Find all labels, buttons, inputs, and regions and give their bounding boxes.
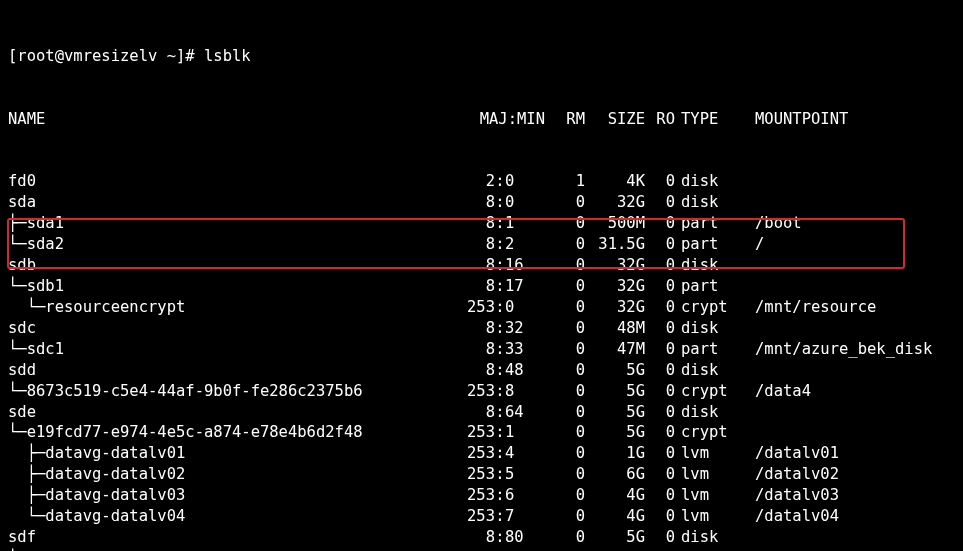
maj-col: 8 xyxy=(449,318,495,339)
min-col: 17 xyxy=(505,276,545,297)
ro-col: 0 xyxy=(645,506,675,527)
device-cols: 8:33047M0part/mnt/azure_bek_disk xyxy=(449,339,955,360)
device-cols: 8:32048M0disk xyxy=(449,318,955,339)
device-cols: 253:0032G0crypt/mnt/resource xyxy=(449,297,955,318)
size-col: 5G xyxy=(585,422,645,443)
type-col: lvm xyxy=(675,443,745,464)
type-col: crypt xyxy=(675,297,745,318)
rm-col: 0 xyxy=(545,318,585,339)
ro-col: 0 xyxy=(645,234,675,255)
lsblk-row: sdd8:4805G0disk xyxy=(8,360,955,381)
min-col: 0 xyxy=(505,171,545,192)
hdr-type: TYPE xyxy=(675,109,745,130)
lsblk-row: ├─sda18:10500M0part/boot xyxy=(8,213,955,234)
maj-col: 8 xyxy=(449,527,495,548)
hdr-size: SIZE xyxy=(585,109,645,130)
rm-col: 0 xyxy=(545,297,585,318)
mnt-col: /datalv02 xyxy=(745,464,955,485)
ro-col: 0 xyxy=(645,381,675,402)
size-col: 1G xyxy=(585,443,645,464)
sep-col: : xyxy=(495,234,505,255)
device-name: └─e19fcd77-e974-4e5c-a874-e78e4b6d2f48 xyxy=(8,422,363,443)
lsblk-row: ├─datavg-datalv03253:604G0lvm/datalv03 xyxy=(8,485,955,506)
type-col: lvm xyxy=(675,506,745,527)
rm-col: 0 xyxy=(545,213,585,234)
device-cols: 8:4805G0disk xyxy=(449,360,955,381)
size-col: 48M xyxy=(585,318,645,339)
sep-col: : xyxy=(495,443,505,464)
type-col: lvm xyxy=(675,464,745,485)
min-col: 16 xyxy=(505,255,545,276)
min-col: 0 xyxy=(505,297,545,318)
maj-col: 253 xyxy=(449,443,495,464)
sep-col: : xyxy=(495,276,505,297)
device-cols: 253:506G0lvm/datalv02 xyxy=(449,464,955,485)
sep-col: : xyxy=(495,402,505,423)
device-name: sde xyxy=(8,402,36,423)
mnt-col xyxy=(745,255,955,276)
min-col: 32 xyxy=(505,318,545,339)
size-col: 500M xyxy=(585,213,645,234)
mnt-col: /mnt/azure_bek_disk xyxy=(745,339,955,360)
prompt-line[interactable]: [root@vmresizelv ~]# lsblk xyxy=(8,46,955,67)
maj-col: 253 xyxy=(449,297,495,318)
mnt-col: / xyxy=(745,234,955,255)
device-cols: 253:105G0crypt xyxy=(449,422,955,443)
type-col: disk xyxy=(675,255,745,276)
rm-col: 0 xyxy=(545,485,585,506)
device-cols: 8:2031.5G0part/ xyxy=(449,234,955,255)
maj-col: 8 xyxy=(449,360,495,381)
ro-col: 0 xyxy=(645,171,675,192)
ro-col: 0 xyxy=(645,318,675,339)
lsblk-row: sdc8:32048M0disk xyxy=(8,318,955,339)
device-name: ├─sda1 xyxy=(8,213,64,234)
maj-col: 253 xyxy=(449,422,495,443)
device-name: sdd xyxy=(8,360,36,381)
ro-col: 0 xyxy=(645,360,675,381)
hdr-ro: RO xyxy=(645,109,675,130)
rm-col: 0 xyxy=(545,381,585,402)
maj-col: 2 xyxy=(449,171,495,192)
type-col: disk xyxy=(675,192,745,213)
ro-col: 0 xyxy=(645,443,675,464)
device-name: sdb xyxy=(8,255,36,276)
size-col: 32G xyxy=(585,192,645,213)
mnt-col xyxy=(745,318,955,339)
ro-col: 0 xyxy=(645,297,675,318)
lsblk-row: sdf8:8005G0disk xyxy=(8,527,955,548)
min-col: 4 xyxy=(505,443,545,464)
sep-col: : xyxy=(495,213,505,234)
maj-col: 8 xyxy=(449,276,495,297)
rm-col: 0 xyxy=(545,276,585,297)
device-name: └─sda2 xyxy=(8,234,64,255)
min-col: 0 xyxy=(505,192,545,213)
sep-col: : xyxy=(495,192,505,213)
min-col: 5 xyxy=(505,464,545,485)
sep-col: : xyxy=(495,360,505,381)
type-col: disk xyxy=(675,527,745,548)
device-name: └─datavg-datalv04 xyxy=(8,506,185,527)
maj-col: 253 xyxy=(449,381,495,402)
lsblk-row: ├─datavg-datalv01253:401G0lvm/datalv01 xyxy=(8,443,955,464)
type-col: part xyxy=(675,234,745,255)
device-name: fd0 xyxy=(8,171,36,192)
min-col: 1 xyxy=(505,422,545,443)
maj-col: 253 xyxy=(449,464,495,485)
device-name: sdf xyxy=(8,527,36,548)
sep-col: : xyxy=(495,422,505,443)
sep-col: : xyxy=(495,339,505,360)
rm-col: 0 xyxy=(545,402,585,423)
rm-col: 0 xyxy=(545,464,585,485)
mnt-col: /mnt/resource xyxy=(745,297,955,318)
min-col: 6 xyxy=(505,485,545,506)
sep-col: : xyxy=(495,464,505,485)
hdr-rm: RM xyxy=(545,109,585,130)
terminal-window: [root@vmresizelv ~]# lsblk NAME MAJ:MIN … xyxy=(0,0,963,551)
device-name: └─sdc1 xyxy=(8,339,64,360)
lsblk-row: fd02:014K0disk xyxy=(8,171,955,192)
rm-col: 0 xyxy=(545,339,585,360)
size-col: 4K xyxy=(585,171,645,192)
device-cols: 8:8005G0disk xyxy=(449,527,955,548)
type-col: disk xyxy=(675,171,745,192)
device-cols: 253:704G0lvm/datalv04 xyxy=(449,506,955,527)
